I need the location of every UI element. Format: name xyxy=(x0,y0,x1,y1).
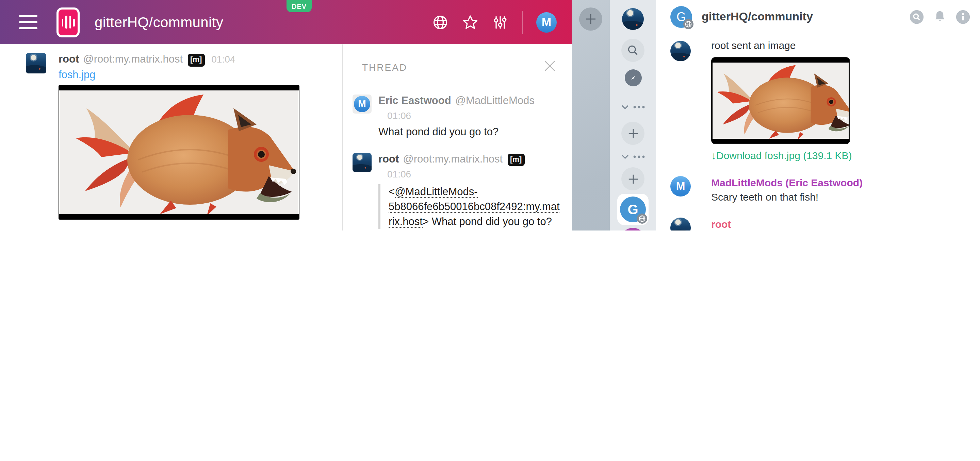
gitter-chat-column: root@root:my.matrix.host[m]01:04 fosh.jp… xyxy=(0,44,342,230)
timestamp: 01:04 xyxy=(211,54,235,65)
room-item[interactable]: G xyxy=(610,228,656,230)
room-title: gitterHQ/community xyxy=(95,14,223,30)
public-globe-icon xyxy=(683,19,694,29)
sender-name[interactable]: MadLittleMods (Eric Eastwood) xyxy=(711,175,964,190)
avatar[interactable] xyxy=(670,218,691,230)
room-title: gitterHQ/community xyxy=(702,10,813,24)
explore-compass-icon[interactable] xyxy=(624,69,641,86)
avatar[interactable]: M xyxy=(353,95,372,114)
room-list-sidebar: G G M T xyxy=(610,0,656,230)
thread-panel: THREAD M Eric Eastwood@MadLittleMods 01:… xyxy=(342,44,572,230)
image-attachment[interactable] xyxy=(711,57,850,144)
chat-message: M Eric Eastwood@MadLittleMods01:05 Scary… xyxy=(0,226,342,230)
attachment-link[interactable]: fosh.jpg xyxy=(59,68,95,80)
divider xyxy=(522,11,523,34)
timestamp: 01:06 xyxy=(387,168,559,182)
thread-message-list: M Eric Eastwood@MadLittleMods 01:06 What… xyxy=(343,88,572,230)
dev-badge: DEV xyxy=(286,0,312,12)
image-caption: root sent an image xyxy=(711,38,964,53)
sender-name[interactable]: root xyxy=(711,217,964,230)
star-favourite-icon[interactable] xyxy=(462,14,479,30)
globe-icon[interactable] xyxy=(432,14,449,30)
screen: gitterHQ/community DEV xyxy=(0,0,980,230)
element-timeline: root sent an image ↓Download fosh.jpg (1… xyxy=(656,34,980,230)
search-icon[interactable] xyxy=(909,10,924,24)
room-info-icon[interactable] xyxy=(956,10,970,24)
message-text: Scary teeth on that fish! xyxy=(711,190,964,205)
matrix-badge: [m] xyxy=(508,154,524,166)
avatar[interactable] xyxy=(670,41,691,61)
timestamp: 01:06 xyxy=(387,109,559,123)
search-button[interactable] xyxy=(621,39,644,62)
menu-icon[interactable] xyxy=(19,15,37,29)
room-avatar[interactable]: G xyxy=(670,6,692,28)
thread-message: M Eric Eastwood@MadLittleMods 01:06 What… xyxy=(343,88,572,146)
thread-title: THREAD xyxy=(362,62,407,73)
sender-handle: @root:my.matrix.host xyxy=(83,53,183,65)
sender-handle: @MadLittleMods xyxy=(455,95,535,106)
message-text: What pond did you go to? xyxy=(379,124,559,139)
chevron-down-icon xyxy=(621,105,628,109)
gitter-message-list: root@root:my.matrix.host[m]01:04 fosh.jp… xyxy=(0,44,342,230)
timeline-event: M MadLittleMods (Eric Eastwood) Scary te… xyxy=(656,169,980,211)
sender-handle: @root:my.matrix.host xyxy=(403,153,503,165)
chevron-down-icon xyxy=(621,154,628,159)
thread-message: root@root:my.matrix.host[m] 01:06 <@MadL… xyxy=(343,146,572,230)
settings-sliders-icon[interactable] xyxy=(492,14,508,30)
gitter-logo-icon[interactable] xyxy=(56,7,80,37)
sender-name[interactable]: root xyxy=(59,53,79,65)
quoted-reply: <@MadLittleMods-5b8066fe6b50016bc08f2492… xyxy=(379,185,560,230)
element-chat-panel: G gitterHQ/community xyxy=(656,0,980,230)
chat-message: root@root:my.matrix.host[m]01:04 fosh.jp… xyxy=(0,48,342,226)
download-link[interactable]: ↓Download fosh.jpg (139.1 KB) xyxy=(711,148,964,163)
public-globe-icon xyxy=(637,214,647,224)
add-person-button[interactable] xyxy=(621,167,644,190)
avatar[interactable] xyxy=(26,53,46,73)
add-space-button[interactable] xyxy=(579,8,602,31)
timeline-event: root sent an image ↓Download fosh.jpg (1… xyxy=(656,34,980,169)
element-room-header: G gitterHQ/community xyxy=(656,0,980,34)
gitter-app: gitterHQ/community DEV xyxy=(0,0,572,230)
room-item-selected[interactable]: G xyxy=(617,194,649,225)
image-attachment[interactable] xyxy=(59,85,299,219)
sender-name[interactable]: root xyxy=(379,153,399,165)
overflow-dots-icon xyxy=(633,105,645,108)
gitter-topbar: gitterHQ/community DEV xyxy=(0,0,572,44)
notifications-bell-icon[interactable] xyxy=(932,10,947,24)
user-avatar[interactable]: M xyxy=(536,12,557,32)
avatar[interactable]: M xyxy=(670,176,691,196)
user-avatar[interactable] xyxy=(622,8,644,30)
rooms-section-toggle[interactable] xyxy=(610,101,656,113)
close-icon[interactable] xyxy=(543,59,557,73)
timeline-event: root They'll get ya 🕵️ xyxy=(656,211,980,230)
add-room-button[interactable] xyxy=(621,122,644,145)
people-section-toggle[interactable] xyxy=(610,150,656,163)
avatar[interactable] xyxy=(353,153,372,172)
sender-name[interactable]: Eric Eastwood xyxy=(379,95,451,106)
overflow-dots-icon xyxy=(633,155,645,158)
matrix-badge: [m] xyxy=(188,54,205,66)
space-panel xyxy=(572,0,610,230)
